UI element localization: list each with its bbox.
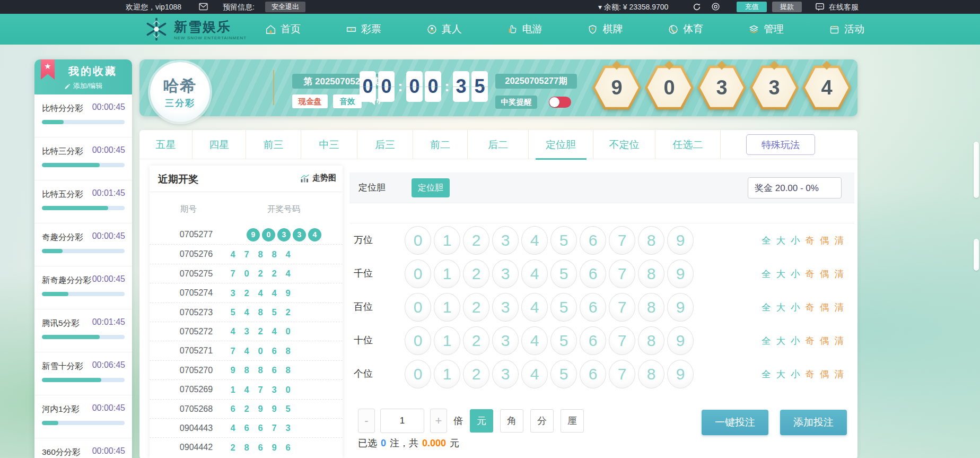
digit-button[interactable]: 0 — [405, 293, 431, 322]
unit-button-元[interactable]: 元 — [470, 409, 493, 433]
chat-bubble-icon[interactable] — [815, 2, 825, 12]
quick-pick-奇[interactable]: 奇 — [806, 334, 815, 347]
favorite-lottery-item[interactable]: 比特五分彩00:01:45 — [34, 180, 132, 223]
favorite-lottery-item[interactable]: 新雪十分彩00:06:45 — [34, 352, 132, 395]
digit-button[interactable]: 6 — [580, 226, 606, 255]
quick-pick-小[interactable]: 小 — [791, 301, 800, 314]
nav-item-manage[interactable]: 管理 — [748, 22, 784, 36]
quick-pick-奇[interactable]: 奇 — [806, 368, 815, 381]
quick-pick-全[interactable]: 全 — [762, 334, 771, 347]
digit-button[interactable]: 2 — [463, 360, 489, 388]
quick-pick-奇[interactable]: 奇 — [806, 267, 815, 280]
stake-minus-button[interactable]: - — [358, 409, 375, 433]
digit-button[interactable]: 7 — [609, 360, 635, 388]
tab-后三[interactable]: 后三 — [357, 130, 413, 159]
digit-button[interactable]: 4 — [521, 260, 548, 288]
eye-toggle-icon[interactable] — [711, 2, 720, 11]
online-service-link[interactable]: 在线客服 — [829, 0, 859, 14]
digit-button[interactable]: 7 — [609, 226, 635, 255]
digit-button[interactable]: 5 — [550, 326, 577, 355]
favorite-lottery-item[interactable]: 新奇趣分分彩00:00:45 — [34, 266, 132, 309]
brand-logo[interactable]: 新雪娱乐 NEW SNOW ENTERTAINMENT — [143, 15, 247, 43]
nav-item-activity[interactable]: 活动 — [829, 22, 864, 36]
favorite-lottery-item[interactable]: 比特分分彩00:00:45 — [34, 94, 132, 137]
quick-pick-奇[interactable]: 奇 — [806, 301, 815, 314]
add-bet-button[interactable]: 添加投注 — [780, 410, 847, 435]
nav-item-live[interactable]: 真人 — [426, 22, 462, 36]
win-alert-toggle[interactable] — [549, 97, 571, 108]
tab-前二[interactable]: 前二 — [413, 130, 468, 159]
digit-button[interactable]: 3 — [492, 293, 519, 322]
tab-四星[interactable]: 四星 — [192, 130, 246, 159]
quick-pick-清[interactable]: 清 — [835, 334, 844, 347]
tab-五星[interactable]: 五星 — [139, 130, 192, 159]
digit-button[interactable]: 0 — [405, 260, 431, 288]
digit-button[interactable]: 8 — [638, 360, 664, 388]
digit-button[interactable]: 3 — [492, 360, 519, 388]
digit-button[interactable]: 4 — [521, 293, 548, 322]
digit-button[interactable]: 8 — [638, 260, 664, 288]
quick-pick-全[interactable]: 全 — [762, 234, 771, 247]
digit-button[interactable]: 2 — [463, 326, 489, 355]
quick-pick-清[interactable]: 清 — [835, 301, 844, 314]
digit-button[interactable]: 0 — [405, 360, 431, 388]
nav-item-egame[interactable]: 电游 — [507, 22, 542, 36]
digit-button[interactable]: 5 — [550, 260, 577, 288]
nav-item-sports[interactable]: 体育 — [668, 22, 703, 36]
quick-pick-偶[interactable]: 偶 — [820, 334, 829, 347]
digit-button[interactable]: 0 — [405, 226, 431, 255]
digit-button[interactable]: 9 — [667, 360, 694, 388]
favorite-lottery-item[interactable]: 河内1分彩00:00:45 — [34, 395, 132, 438]
quick-pick-全[interactable]: 全 — [762, 301, 771, 314]
quick-pick-清[interactable]: 清 — [835, 368, 844, 381]
digit-button[interactable]: 0 — [405, 326, 431, 355]
favorite-lottery-item[interactable]: 奇趣分分彩00:00:45 — [34, 223, 132, 266]
digit-button[interactable]: 3 — [492, 326, 519, 355]
digit-button[interactable]: 6 — [580, 326, 606, 355]
quick-pick-清[interactable]: 清 — [835, 267, 844, 280]
tab-前三[interactable]: 前三 — [246, 130, 301, 159]
stake-plus-button[interactable]: + — [430, 409, 447, 433]
tab-special-plays[interactable]: 特殊玩法 — [746, 134, 815, 155]
unit-button-分[interactable]: 分 — [530, 409, 554, 433]
digit-button[interactable]: 6 — [580, 293, 606, 322]
quick-pick-大[interactable]: 大 — [776, 267, 786, 280]
digit-button[interactable]: 9 — [667, 226, 694, 255]
digit-button[interactable]: 5 — [550, 293, 577, 322]
digit-button[interactable]: 9 — [667, 326, 694, 355]
unit-button-角[interactable]: 角 — [500, 409, 523, 433]
digit-button[interactable]: 4 — [521, 326, 548, 355]
quick-pick-偶[interactable]: 偶 — [820, 234, 829, 247]
digit-button[interactable]: 5 — [550, 360, 577, 388]
quick-pick-大[interactable]: 大 — [776, 301, 786, 314]
tab-任选二[interactable]: 任选二 — [655, 130, 721, 159]
digit-button[interactable]: 9 — [667, 293, 694, 322]
quick-pick-小[interactable]: 小 — [791, 368, 800, 381]
digit-button[interactable]: 6 — [580, 260, 606, 288]
digit-button[interactable]: 4 — [521, 226, 548, 255]
quick-pick-大[interactable]: 大 — [776, 334, 786, 347]
digit-button[interactable]: 9 — [667, 260, 694, 288]
scrollbar-thumb[interactable] — [974, 239, 979, 271]
bet-group-button[interactable]: 定位胆 — [412, 178, 450, 197]
digit-button[interactable]: 8 — [638, 226, 664, 255]
quick-pick-全[interactable]: 全 — [762, 368, 771, 381]
tab-定位胆[interactable]: 定位胆 — [529, 130, 593, 159]
digit-button[interactable]: 3 — [492, 226, 519, 255]
tab-不定位[interactable]: 不定位 — [593, 130, 655, 159]
quick-pick-小[interactable]: 小 — [791, 234, 800, 247]
quick-pick-大[interactable]: 大 — [776, 368, 786, 381]
digit-button[interactable]: 2 — [463, 226, 489, 255]
quick-pick-小[interactable]: 小 — [791, 267, 800, 280]
digit-button[interactable]: 7 — [609, 260, 635, 288]
quick-pick-偶[interactable]: 偶 — [820, 301, 829, 314]
quick-bet-button[interactable]: 一键投注 — [702, 410, 768, 435]
digit-button[interactable]: 7 — [609, 326, 635, 355]
recharge-button[interactable]: 充值 — [737, 2, 767, 12]
digit-button[interactable]: 8 — [638, 326, 664, 355]
stake-input[interactable] — [380, 409, 424, 433]
prize-select[interactable]: 奖金 20.00 - 0% — [748, 177, 842, 198]
digit-button[interactable]: 2 — [463, 293, 489, 322]
quick-pick-小[interactable]: 小 — [791, 334, 800, 347]
quick-pick-奇[interactable]: 奇 — [806, 234, 815, 247]
